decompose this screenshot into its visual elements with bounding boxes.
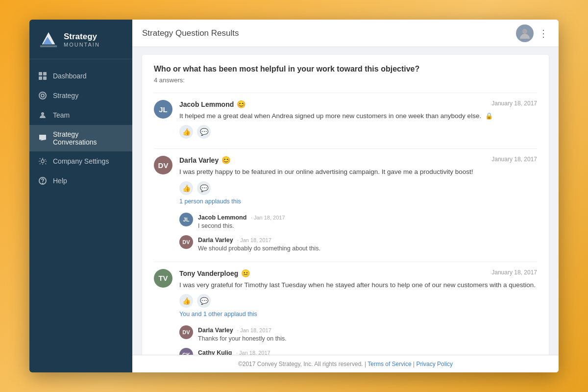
- answer-entry: JL Jacob Lemmond 😊 January 18, 2017 It h…: [154, 93, 537, 148]
- applaud-button[interactable]: 👍: [179, 125, 193, 139]
- question-text: Who or what has been most helpful in you…: [154, 65, 537, 74]
- comment-username: Darla Varley: [198, 237, 233, 244]
- answer-body: Darla Varley 😊 January 18, 2017 I was pr…: [179, 156, 537, 254]
- answer-header: Tony Vanderploeg 😐 January 18, 2017: [179, 269, 537, 278]
- tos-link[interactable]: Terms of Service: [368, 361, 411, 368]
- page-title: Strategy Question Results: [142, 28, 239, 38]
- comment-avatar: DV: [179, 325, 193, 339]
- applaud-button[interactable]: 👍: [179, 294, 193, 308]
- sidebar-item-team[interactable]: Team: [29, 105, 132, 125]
- sidebar-label-team: Team: [53, 111, 70, 119]
- avatar: DV: [154, 156, 172, 174]
- settings-icon: [38, 157, 47, 166]
- footer: ©2017 Convey Strategy, Inc. All rights r…: [132, 355, 559, 372]
- answer-date: January 18, 2017: [491, 156, 537, 163]
- dashboard-icon: [38, 72, 47, 80]
- comment-button[interactable]: 💬: [197, 125, 211, 139]
- more-menu-button[interactable]: ⋮: [539, 27, 549, 39]
- comment-text: I second this.: [198, 222, 537, 229]
- question-card: Who or what has been most helpful in you…: [142, 55, 549, 355]
- main-content: Strategy Question Results ⋮ Who or what …: [132, 20, 559, 372]
- help-icon: [38, 176, 47, 185]
- applaud-button[interactable]: 👍: [179, 181, 193, 195]
- answer-body: Tony Vanderploeg 😐 January 18, 2017 I wa…: [179, 269, 537, 355]
- answer-entry: TV Tony Vanderploeg 😐 January 18, 2017 I…: [154, 262, 537, 355]
- svg-point-9: [41, 112, 44, 115]
- comment-date: · Jan 18, 2017: [237, 237, 271, 243]
- mood-emoji: 😐: [241, 269, 250, 278]
- avatar-icon: [517, 26, 532, 41]
- user-info: Tony Vanderploeg 😐: [179, 269, 250, 278]
- svg-rect-5: [39, 76, 42, 80]
- answer-text: I was very grateful for Timothy last Tue…: [179, 280, 537, 290]
- comment-body: Darla Varley · Jan 18, 2017 We should pr…: [198, 235, 537, 252]
- lock-icon: 🔒: [485, 112, 493, 120]
- answer-body: Jacob Lemmond 😊 January 18, 2017 It help…: [179, 100, 537, 142]
- conversations-icon: [38, 134, 47, 143]
- comments-section: DV Darla Varley · Jan 18, 2017 Thanks fo…: [179, 322, 537, 355]
- comment-avatar: CK: [179, 348, 193, 355]
- mood-emoji: 😊: [221, 156, 231, 165]
- sidebar-item-strategy-conversations[interactable]: Strategy Conversations: [29, 125, 132, 151]
- topbar-right: ⋮: [516, 24, 549, 42]
- comment-avatar: DV: [179, 235, 193, 249]
- comment-button[interactable]: 💬: [197, 181, 211, 195]
- logo-icon: [38, 29, 59, 50]
- sidebar: Strategy Mountain Dashboard Strategy: [29, 20, 132, 372]
- answer-date: January 18, 2017: [491, 269, 537, 276]
- comment-item: DV Darla Varley · Jan 18, 2017 We should…: [179, 232, 537, 255]
- comment-username: Darla Varley: [198, 327, 233, 334]
- username: Tony Vanderploeg: [179, 270, 238, 277]
- svg-point-12: [522, 29, 527, 34]
- comment-body: Darla Varley · Jan 18, 2017 Thanks for y…: [198, 325, 537, 342]
- sidebar-item-help[interactable]: Help: [29, 171, 132, 191]
- user-info: Jacob Lemmond 😊: [179, 100, 246, 109]
- answer-header: Darla Varley 😊 January 18, 2017: [179, 156, 537, 165]
- logo-text: Strategy Mountain: [64, 32, 100, 48]
- user-avatar[interactable]: [516, 24, 534, 42]
- user-info: Darla Varley 😊: [179, 156, 231, 165]
- privacy-link[interactable]: Privacy Policy: [416, 361, 453, 368]
- app-window: Strategy Mountain Dashboard Strategy: [29, 20, 559, 372]
- sidebar-item-company-settings[interactable]: Company Settings: [29, 151, 132, 171]
- username: Darla Varley: [179, 156, 219, 164]
- answer-text: I was pretty happy to be featured in our…: [179, 167, 537, 177]
- answer-text: It helped me a great deal when Andrea si…: [179, 111, 537, 121]
- comments-section: JL Jacob Lemmond · Jan 18, 2017 I second…: [179, 210, 537, 255]
- comment-body: Jacob Lemmond · Jan 18, 2017 I second th…: [198, 213, 537, 229]
- applaud-count-link[interactable]: 1 person applauds this: [179, 198, 537, 205]
- comment-date: · Jan 18, 2017: [251, 215, 285, 220]
- comment-body: Cathy Kulig · Jan 18, 2017 Yes yes yes y…: [198, 348, 537, 355]
- username: Jacob Lemmond: [179, 100, 234, 108]
- comment-item: JL Jacob Lemmond · Jan 18, 2017 I second…: [179, 210, 537, 232]
- svg-rect-4: [43, 72, 47, 75]
- action-icons: 👍 💬: [179, 181, 537, 195]
- avatar: JL: [154, 100, 172, 119]
- comment-date: · Jan 18, 2017: [237, 327, 271, 333]
- comment-button[interactable]: 💬: [197, 294, 211, 308]
- comment-text: Thanks for your honestly on this.: [198, 335, 537, 342]
- comment-item: CK Cathy Kulig · Jan 18, 2017 Yes yes ye…: [179, 345, 537, 355]
- sidebar-label-settings: Company Settings: [53, 157, 109, 165]
- sidebar-item-dashboard[interactable]: Dashboard: [29, 66, 132, 86]
- sidebar-label-dashboard: Dashboard: [53, 72, 87, 80]
- comment-text: We should probably do something about th…: [198, 245, 537, 252]
- applaud-count-link[interactable]: You and 1 other applaud this: [179, 311, 537, 318]
- svg-point-8: [41, 94, 44, 97]
- team-icon: [38, 111, 47, 120]
- sidebar-label-help: Help: [53, 177, 67, 185]
- comment-username: Jacob Lemmond: [198, 214, 246, 221]
- strategy-icon: [38, 91, 47, 100]
- avatar: TV: [154, 269, 172, 288]
- comment-date: · Jan 18, 2017: [236, 350, 270, 355]
- action-icons: 👍 💬: [179, 125, 537, 139]
- answer-entry: DV Darla Varley 😊 January 18, 2017 I was…: [154, 148, 537, 261]
- mood-emoji: 😊: [237, 100, 246, 109]
- sidebar-item-strategy[interactable]: Strategy: [29, 86, 132, 105]
- answer-date: January 18, 2017: [491, 100, 537, 107]
- action-icons: 👍 💬: [179, 294, 537, 308]
- svg-marker-2: [40, 45, 57, 47]
- sidebar-label-conversations: Strategy Conversations: [53, 130, 123, 146]
- svg-rect-6: [43, 76, 47, 80]
- svg-rect-3: [39, 72, 42, 75]
